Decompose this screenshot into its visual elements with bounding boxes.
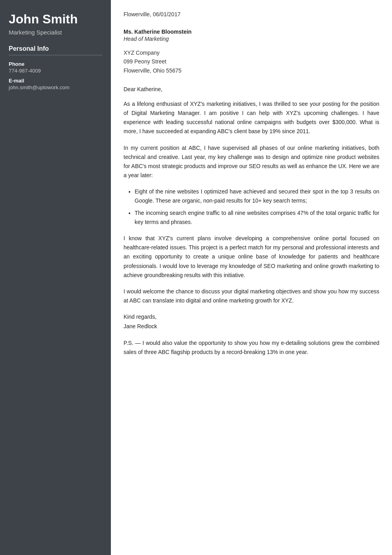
letter-paragraph-4: I would welcome the chance to discuss yo… — [124, 287, 379, 305]
phone-value: 774-987-4009 — [9, 68, 102, 74]
address-line2: 099 Peony Street — [124, 58, 166, 65]
recipient-role: Head of Marketing — [124, 36, 379, 42]
letter-paragraph-2: In my current position at ABC, I have su… — [124, 144, 379, 180]
letter-date: Flowerville, 06/01/2017 — [124, 11, 379, 17]
address-line1: XYZ Company — [124, 50, 160, 56]
letter-bullet-list: Eight of the nine websites I optimized h… — [124, 187, 379, 227]
closing-line2: Jane Redlock — [124, 323, 157, 329]
address-line3: Flowerville, Ohio 55675 — [124, 67, 181, 74]
email-label: E-mail — [9, 78, 102, 84]
applicant-title: Marketing Specialist — [9, 29, 102, 36]
letter-paragraph-1: As a lifelong enthusiast of XYZ's market… — [124, 100, 379, 136]
bullet-item-2: The incoming search engine traffic to al… — [135, 209, 379, 227]
page: John Smith Marketing Specialist Personal… — [0, 0, 392, 555]
letter-closing: Kind regards, Jane Redlock — [124, 312, 379, 331]
bullet-item-1: Eight of the nine websites I optimized h… — [135, 187, 379, 205]
personal-info-section-title: Personal Info — [9, 45, 102, 56]
letter-paragraph-3: I know that XYZ's current plans involve … — [124, 234, 379, 279]
main-content: Flowerville, 06/01/2017 Ms. Katherine Bl… — [111, 0, 392, 555]
recipient-name: Ms. Katherine Bloomstein — [124, 29, 379, 35]
phone-label: Phone — [9, 61, 102, 67]
applicant-name: John Smith — [9, 12, 102, 27]
letter-ps: P.S. — I would also value the opportunit… — [124, 339, 379, 357]
letter-greeting: Dear Katherine, — [124, 86, 379, 92]
closing-line1: Kind regards, — [124, 314, 156, 320]
sidebar: John Smith Marketing Specialist Personal… — [0, 0, 111, 555]
recipient-address: XYZ Company 099 Peony Street Flowerville… — [124, 48, 379, 75]
email-value: john.smith@uptowork.com — [9, 84, 102, 90]
